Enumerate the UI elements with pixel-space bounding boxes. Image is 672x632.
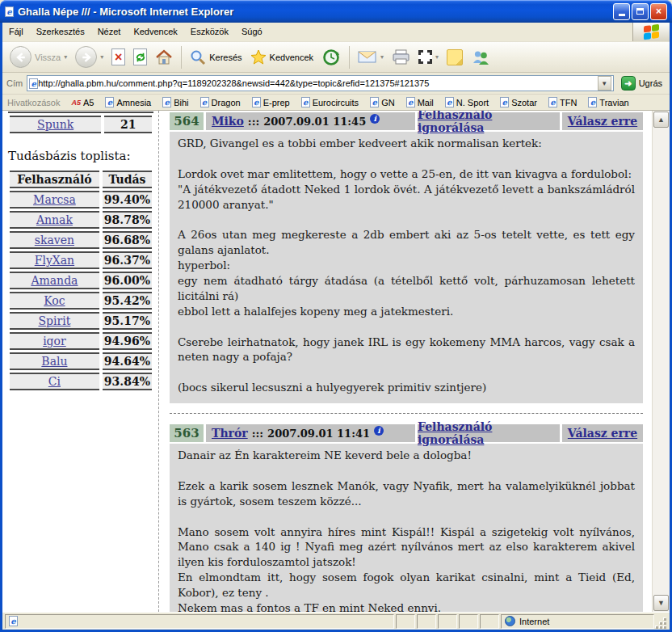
menu-favorites[interactable]: Kedvencek bbox=[127, 23, 183, 41]
author-link[interactable]: Miko bbox=[212, 115, 244, 128]
back-button[interactable]: Vissza ▾ bbox=[7, 44, 69, 70]
mail-button[interactable]: ▾ bbox=[355, 48, 386, 65]
menu-edit[interactable]: Szerkesztés bbox=[30, 23, 91, 41]
scroll-down-button[interactable]: ▼ bbox=[653, 595, 669, 611]
close-button[interactable]: × bbox=[650, 3, 667, 20]
knowledge-value: 96.37% bbox=[103, 251, 152, 269]
user-link[interactable]: Spirit bbox=[39, 314, 71, 327]
link-item-travian[interactable]: Travian bbox=[583, 97, 633, 107]
address-dropdown-button[interactable]: ▼ bbox=[598, 76, 611, 91]
post-body-563: Danair az Én karaktereim NE keverd bele … bbox=[170, 444, 643, 612]
go-button[interactable]: ➜ Ugrás bbox=[618, 76, 666, 91]
link-item-label: E-prep bbox=[263, 98, 290, 107]
table-row: Balu94.64% bbox=[10, 352, 152, 370]
search-button[interactable]: Keresés bbox=[187, 48, 244, 67]
column-header-knowledge: Tudás bbox=[103, 171, 152, 188]
info-icon[interactable] bbox=[370, 114, 380, 124]
forward-dropdown-icon[interactable]: ▾ bbox=[100, 53, 103, 61]
table-row: skaven96.68% bbox=[10, 231, 152, 249]
table-row: Koc95.42% bbox=[10, 292, 152, 310]
menu-help[interactable]: Súgó bbox=[235, 23, 269, 41]
menu-tools[interactable]: Eszközök bbox=[184, 23, 235, 41]
back-dropdown-icon[interactable]: ▾ bbox=[64, 53, 67, 61]
scroll-up-button[interactable]: ▲ bbox=[653, 112, 669, 128]
status-panel bbox=[480, 614, 499, 629]
stop-button[interactable]: × bbox=[109, 47, 128, 67]
link-item-bihi[interactable]: Bihi bbox=[158, 97, 193, 107]
info-icon[interactable] bbox=[374, 426, 384, 436]
user-link[interactable]: FlyXan bbox=[35, 254, 74, 267]
table-row: Spunk 21 bbox=[10, 116, 152, 133]
ignore-user-link[interactable]: Felhasználó ignorálása bbox=[418, 420, 560, 446]
user-link[interactable]: Ci bbox=[48, 375, 61, 388]
link-item-mail[interactable]: Mail bbox=[401, 97, 439, 107]
address-input[interactable] bbox=[38, 77, 597, 90]
post-header-563: 563 Thrór ::: 2007.09.01 11:41 Felhaszná… bbox=[170, 424, 643, 442]
link-item-a5[interactable]: A5 bbox=[66, 98, 99, 107]
messenger-button[interactable] bbox=[468, 48, 493, 67]
reply-link[interactable]: Válasz erre bbox=[568, 427, 637, 440]
reply-cell: Válasz erre bbox=[562, 112, 643, 130]
edit-icon bbox=[418, 50, 432, 64]
title-bar[interactable]: Ghalla Népe /// - Microsoft Internet Exp… bbox=[0, 0, 672, 23]
maximize-button[interactable] bbox=[632, 3, 649, 20]
home-button[interactable] bbox=[153, 47, 175, 68]
favorites-button[interactable]: Kedvencek bbox=[248, 48, 316, 67]
link-item-nsport[interactable]: N. Sport bbox=[440, 97, 494, 107]
post-author-info: Miko ::: 2007.09.01 11:45 bbox=[206, 112, 415, 130]
link-item-szotar[interactable]: Szotar bbox=[495, 97, 542, 107]
sidebar-user-link[interactable]: Spunk bbox=[37, 118, 74, 131]
address-field[interactable]: ▼ bbox=[27, 75, 613, 91]
link-item-eprep[interactable]: E-prep bbox=[247, 97, 295, 107]
page-content: Spunk 21 Tudásbázis toplista: Felhasznál… bbox=[2, 111, 670, 612]
link-item-amnesia[interactable]: Amnesia bbox=[100, 97, 156, 107]
user-link[interactable]: igor bbox=[43, 335, 66, 348]
table-row: Annak98.78% bbox=[10, 211, 152, 229]
knowledge-value: 96.00% bbox=[103, 272, 152, 289]
minimize-button[interactable] bbox=[613, 3, 630, 20]
toolbar: Vissza ▾ ▾ × Ke bbox=[2, 42, 670, 73]
windows-logo bbox=[632, 23, 670, 41]
post-body-564: GRD, Givangel es a tobbi ember kedveert … bbox=[170, 132, 643, 403]
edit-dropdown-icon[interactable]: ▾ bbox=[435, 53, 439, 61]
link-item-label: Bihi bbox=[174, 98, 188, 107]
menu-file[interactable]: Fájl bbox=[2, 23, 30, 41]
user-link[interactable]: Balu bbox=[41, 355, 67, 368]
link-item-dragon[interactable]: Dragon bbox=[195, 97, 246, 107]
resize-grip[interactable] bbox=[656, 618, 667, 630]
sidebar-divider bbox=[158, 111, 159, 612]
user-link[interactable]: Koc bbox=[44, 294, 65, 307]
user-link[interactable]: Amanda bbox=[31, 274, 78, 287]
vertical-scrollbar[interactable]: ▲ ▼ bbox=[652, 111, 670, 612]
notes-icon bbox=[447, 49, 463, 65]
knowledge-value: 98.78% bbox=[103, 211, 152, 229]
link-item-label: TFN bbox=[560, 98, 577, 107]
go-label: Ugrás bbox=[639, 78, 662, 88]
user-link[interactable]: Marcsa bbox=[33, 193, 76, 206]
link-item-tfn[interactable]: TFN bbox=[544, 97, 582, 107]
forward-button[interactable]: ▾ bbox=[73, 44, 106, 70]
print-button[interactable] bbox=[389, 48, 413, 66]
post-number: 564 bbox=[170, 112, 204, 130]
user-link[interactable]: skaven bbox=[35, 234, 74, 246]
sidebar-user-value: 21 bbox=[104, 116, 152, 133]
reply-link[interactable]: Válasz erre bbox=[568, 115, 637, 128]
menu-view[interactable]: Nézet bbox=[91, 23, 128, 41]
notes-button[interactable] bbox=[444, 48, 465, 67]
link-item-label: Travian bbox=[599, 98, 628, 107]
author-link[interactable]: Thrór bbox=[212, 427, 248, 440]
ie-page-icon bbox=[445, 97, 454, 107]
user-link[interactable]: Annak bbox=[36, 213, 73, 226]
ignore-user-link[interactable]: Felhasználó ignorálása bbox=[418, 111, 560, 134]
link-item-label: Szotar bbox=[511, 98, 537, 107]
mail-dropdown-icon[interactable]: ▾ bbox=[380, 53, 384, 61]
history-button[interactable] bbox=[319, 46, 343, 69]
refresh-button[interactable] bbox=[131, 47, 149, 67]
edit-button[interactable]: ▾ bbox=[416, 48, 441, 65]
links-bar-label: Hivatkozások bbox=[7, 98, 60, 107]
link-item-gn[interactable]: GN bbox=[365, 97, 400, 107]
a5-icon bbox=[71, 99, 81, 107]
go-arrow-icon: ➜ bbox=[621, 76, 636, 91]
ie-logo-icon bbox=[5, 6, 14, 17]
link-item-eurocircuits[interactable]: Eurocircuits bbox=[296, 97, 363, 107]
